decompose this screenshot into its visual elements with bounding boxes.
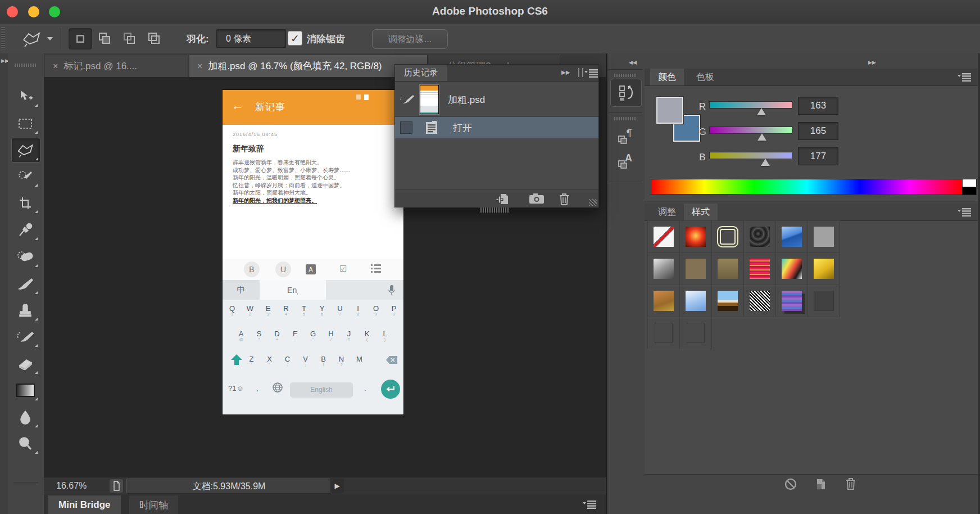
clear-style-icon[interactable] (784, 477, 797, 493)
key-R[interactable]: R4 (280, 304, 293, 316)
key-M[interactable]: M (353, 355, 366, 367)
key-Y[interactable]: Y6 (316, 304, 329, 316)
polygonal-lasso-tool-selected[interactable] (11, 138, 40, 163)
style-swatch-rust-gradient[interactable] (647, 285, 680, 317)
key-U[interactable]: U7 (334, 304, 347, 316)
key-W[interactable]: W2 (244, 304, 257, 316)
snapshot-label[interactable]: 加粗.psd (448, 93, 485, 106)
blue-slider-track[interactable] (709, 152, 792, 159)
zoom-percentage[interactable]: 16.67% (56, 481, 87, 491)
key-V[interactable]: V; (299, 355, 312, 367)
key-F[interactable]: F- (289, 330, 302, 341)
key-S[interactable]: S* (253, 330, 266, 341)
style-swatch-cream-outline[interactable] (711, 220, 744, 253)
options-bar-gripper[interactable] (1, 27, 5, 50)
refine-edge-button[interactable]: 调整边缘... (372, 29, 448, 49)
key-D[interactable]: D+ (271, 330, 284, 341)
history-state-row-selected[interactable]: 打开 (395, 117, 598, 138)
key-H[interactable]: H/ (325, 330, 338, 341)
key-O[interactable]: O9 (370, 304, 383, 316)
tab-jiacu-active[interactable]: × 加粗.psd @ 16.7% (颜色填充 42, RGB/8) (189, 55, 428, 77)
red-value-box[interactable]: 163 (798, 97, 838, 115)
dock-group-gripper[interactable] (614, 74, 637, 77)
rectangular-marquee-tool[interactable] (11, 112, 39, 136)
panel-resize-grip[interactable] (589, 199, 597, 206)
move-tool[interactable] (11, 85, 39, 109)
tab-adjustments[interactable]: 调整 (650, 204, 684, 220)
new-snapshot-camera-icon[interactable] (529, 192, 545, 207)
spectrum-black-cap[interactable] (962, 187, 977, 195)
tab-timeline[interactable]: 时间轴 (129, 495, 178, 514)
tab-styles[interactable]: 样式 (684, 204, 718, 220)
key-B[interactable]: B! (317, 355, 330, 367)
key-K[interactable]: K( (361, 330, 374, 341)
key-T[interactable]: T5 (298, 304, 311, 316)
color-spectrum-ramp[interactable] (651, 179, 963, 195)
crop-tool[interactable] (11, 191, 39, 215)
dock-group-gripper[interactable] (614, 117, 637, 120)
style-swatch-gold-bevel[interactable] (807, 253, 840, 285)
key-G[interactable]: G= (307, 330, 320, 341)
tool-preset-dropdown-arrow[interactable] (47, 37, 53, 40)
key-A[interactable]: A@ (235, 330, 248, 341)
key-L[interactable]: L) (379, 330, 392, 341)
foreground-color-swatch[interactable] (656, 97, 683, 124)
eyedropper-tool[interactable] (11, 218, 39, 242)
intersect-selection-mode-button[interactable] (143, 28, 165, 48)
status-options-arrow[interactable]: ▶ (330, 479, 344, 493)
canvas-scroll-dots[interactable] (480, 208, 510, 213)
history-source-checkbox[interactable] (400, 121, 412, 134)
tab-mini-bridge[interactable]: Mini Bridge (48, 495, 121, 514)
panel-menu-icon[interactable] (957, 208, 972, 219)
antialias-checkbox[interactable]: ✓ (288, 31, 302, 46)
history-brush-tool[interactable] (11, 325, 39, 349)
close-tab-icon[interactable]: × (53, 61, 58, 71)
key-I[interactable]: I8 (352, 304, 365, 316)
style-swatch-tan-flat[interactable] (679, 253, 712, 285)
eraser-tool[interactable] (11, 352, 39, 376)
tab-swatches[interactable]: 色板 (688, 69, 722, 85)
history-snapshot-row[interactable]: 加粗.psd (395, 83, 598, 117)
green-slider-track[interactable] (709, 127, 792, 134)
style-swatch-multicolor-pattern[interactable] (775, 253, 808, 285)
new-selection-mode-button[interactable] (69, 28, 92, 49)
style-swatch-no-style[interactable] (647, 220, 680, 253)
key-P[interactable]: P0 (388, 304, 401, 316)
green-slider-thumb[interactable] (757, 133, 766, 141)
style-swatch-dark-rings[interactable] (743, 220, 776, 253)
panel-menu-icon[interactable] (582, 500, 597, 511)
history-brush-source-icon[interactable] (395, 93, 420, 106)
style-swatch-olive-gradient[interactable] (711, 253, 744, 285)
green-value-box[interactable]: 165 (798, 122, 838, 140)
delete-style-trash-icon[interactable] (845, 477, 857, 493)
blur-tool[interactable] (11, 405, 39, 429)
history-panel-header[interactable]: 历史记录 ▶▶ (395, 65, 598, 82)
collapse-panel-arrows-icon[interactable]: ▶▶ (561, 69, 570, 75)
style-swatch-silver-gradient[interactable] (647, 253, 680, 285)
gradient-tool[interactable] (11, 378, 39, 402)
style-swatch-purple-stripes[interactable] (775, 285, 808, 317)
delete-state-trash-icon[interactable] (558, 192, 570, 208)
snapshot-thumbnail[interactable] (420, 85, 439, 114)
polygonal-lasso-tool-icon[interactable] (21, 30, 43, 49)
quick-selection-tool[interactable] (11, 165, 39, 188)
collapse-dock-arrows-icon[interactable]: ▶▶ (868, 60, 876, 65)
document-size-field[interactable]: 文档:5.93M/35.9M (126, 479, 332, 494)
feather-input[interactable]: 0 像素 (216, 29, 286, 48)
style-swatch-empty-slot-1[interactable] (647, 317, 680, 349)
toolbar-gripper[interactable] (15, 64, 37, 67)
key-Z[interactable]: Z' (245, 355, 258, 367)
close-tab-icon[interactable]: × (197, 61, 202, 71)
key-J[interactable]: J# (343, 330, 356, 341)
brush-tool[interactable] (11, 272, 39, 296)
history-tab[interactable]: 历史记录 (395, 65, 447, 81)
key-C[interactable]: C: (281, 355, 294, 367)
state-label[interactable]: 打开 (453, 121, 472, 134)
dodge-tool[interactable] (11, 432, 39, 456)
tab-color[interactable]: 颜色 (650, 69, 684, 85)
style-swatch-red-glow[interactable] (679, 220, 712, 253)
history-panel-dock-icon[interactable] (610, 79, 642, 107)
key-E[interactable]: E3 (262, 304, 275, 316)
status-page-icon[interactable] (110, 479, 123, 493)
blue-value-box[interactable]: 177 (798, 147, 838, 165)
